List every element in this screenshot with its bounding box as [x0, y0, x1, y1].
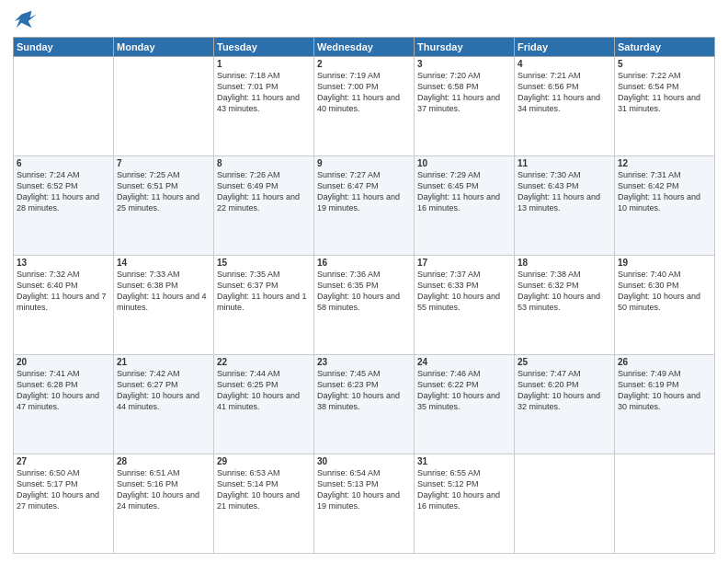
weekday-header-friday: Friday	[515, 38, 615, 57]
calendar-table: SundayMondayTuesdayWednesdayThursdayFrid…	[13, 37, 715, 554]
day-number: 16	[317, 258, 411, 268]
calendar-cell	[114, 57, 214, 156]
calendar-cell: 29Sunrise: 6:53 AMSunset: 5:14 PMDayligh…	[214, 454, 314, 554]
day-number: 7	[117, 158, 210, 168]
calendar-cell	[515, 454, 615, 554]
header	[13, 9, 715, 31]
day-info: Sunrise: 7:26 AMSunset: 6:49 PMDaylight:…	[217, 169, 311, 214]
calendar-cell: 9Sunrise: 7:27 AMSunset: 6:47 PMDaylight…	[314, 156, 415, 256]
day-number: 4	[518, 59, 611, 69]
calendar-cell: 11Sunrise: 7:30 AMSunset: 6:43 PMDayligh…	[515, 156, 615, 256]
day-info: Sunrise: 7:31 AMSunset: 6:42 PMDaylight:…	[618, 169, 711, 214]
weekday-header-tuesday: Tuesday	[214, 38, 314, 57]
day-number: 20	[17, 357, 110, 367]
calendar-cell: 23Sunrise: 7:45 AMSunset: 6:23 PMDayligh…	[314, 355, 415, 454]
calendar-cell: 27Sunrise: 6:50 AMSunset: 5:17 PMDayligh…	[14, 454, 114, 554]
day-number: 27	[17, 456, 110, 466]
day-number: 8	[217, 158, 311, 168]
calendar-cell: 13Sunrise: 7:32 AMSunset: 6:40 PMDayligh…	[14, 256, 114, 355]
day-info: Sunrise: 6:50 AMSunset: 5:17 PMDaylight:…	[17, 467, 110, 512]
day-info: Sunrise: 7:37 AMSunset: 6:33 PMDaylight:…	[417, 269, 511, 314]
calendar-cell: 3Sunrise: 7:20 AMSunset: 6:58 PMDaylight…	[415, 57, 515, 156]
calendar-cell: 18Sunrise: 7:38 AMSunset: 6:32 PMDayligh…	[515, 256, 615, 355]
day-info: Sunrise: 7:33 AMSunset: 6:38 PMDaylight:…	[117, 269, 210, 314]
day-info: Sunrise: 7:42 AMSunset: 6:27 PMDaylight:…	[117, 368, 210, 413]
weekday-header-monday: Monday	[114, 38, 214, 57]
calendar-cell: 17Sunrise: 7:37 AMSunset: 6:33 PMDayligh…	[415, 256, 515, 355]
calendar-cell	[14, 57, 114, 156]
day-info: Sunrise: 7:32 AMSunset: 6:40 PMDaylight:…	[17, 269, 110, 314]
calendar-cell	[615, 454, 715, 554]
day-number: 11	[518, 158, 611, 168]
day-number: 9	[317, 158, 411, 168]
day-number: 13	[17, 258, 110, 268]
weekday-header-sunday: Sunday	[14, 38, 114, 57]
day-info: Sunrise: 7:47 AMSunset: 6:20 PMDaylight:…	[518, 368, 611, 413]
day-number: 31	[417, 456, 511, 466]
calendar-cell: 10Sunrise: 7:29 AMSunset: 6:45 PMDayligh…	[415, 156, 515, 256]
day-info: Sunrise: 7:35 AMSunset: 6:37 PMDaylight:…	[217, 269, 311, 314]
day-number: 3	[417, 59, 511, 69]
header-row: SundayMondayTuesdayWednesdayThursdayFrid…	[14, 38, 715, 57]
calendar-cell: 30Sunrise: 6:54 AMSunset: 5:13 PMDayligh…	[314, 454, 415, 554]
weekday-header-thursday: Thursday	[415, 38, 515, 57]
calendar-cell: 14Sunrise: 7:33 AMSunset: 6:38 PMDayligh…	[114, 256, 214, 355]
day-number: 6	[17, 158, 110, 168]
day-info: Sunrise: 7:18 AMSunset: 7:01 PMDaylight:…	[217, 70, 311, 115]
day-number: 28	[117, 456, 210, 466]
day-number: 24	[417, 357, 511, 367]
calendar-cell: 19Sunrise: 7:40 AMSunset: 6:30 PMDayligh…	[615, 256, 715, 355]
calendar-cell: 28Sunrise: 6:51 AMSunset: 5:16 PMDayligh…	[114, 454, 214, 554]
calendar-cell: 31Sunrise: 6:55 AMSunset: 5:12 PMDayligh…	[415, 454, 515, 554]
day-number: 15	[217, 258, 311, 268]
calendar-cell: 8Sunrise: 7:26 AMSunset: 6:49 PMDaylight…	[214, 156, 314, 256]
calendar-cell: 26Sunrise: 7:49 AMSunset: 6:19 PMDayligh…	[615, 355, 715, 454]
calendar-cell: 20Sunrise: 7:41 AMSunset: 6:28 PMDayligh…	[14, 355, 114, 454]
day-info: Sunrise: 7:27 AMSunset: 6:47 PMDaylight:…	[317, 169, 411, 214]
day-info: Sunrise: 7:19 AMSunset: 7:00 PMDaylight:…	[317, 70, 411, 115]
day-info: Sunrise: 7:46 AMSunset: 6:22 PMDaylight:…	[417, 368, 511, 413]
calendar-cell: 25Sunrise: 7:47 AMSunset: 6:20 PMDayligh…	[515, 355, 615, 454]
calendar-week-2: 6Sunrise: 7:24 AMSunset: 6:52 PMDaylight…	[14, 156, 715, 256]
logo	[13, 9, 42, 31]
weekday-header-wednesday: Wednesday	[314, 38, 415, 57]
day-info: Sunrise: 7:41 AMSunset: 6:28 PMDaylight:…	[17, 368, 110, 413]
day-info: Sunrise: 7:29 AMSunset: 6:45 PMDaylight:…	[417, 169, 511, 214]
calendar-cell: 22Sunrise: 7:44 AMSunset: 6:25 PMDayligh…	[214, 355, 314, 454]
day-number: 22	[217, 357, 311, 367]
day-info: Sunrise: 7:36 AMSunset: 6:35 PMDaylight:…	[317, 269, 411, 314]
day-info: Sunrise: 7:25 AMSunset: 6:51 PMDaylight:…	[117, 169, 210, 214]
day-number: 1	[217, 59, 311, 69]
calendar-cell: 1Sunrise: 7:18 AMSunset: 7:01 PMDaylight…	[214, 57, 314, 156]
day-info: Sunrise: 7:38 AMSunset: 6:32 PMDaylight:…	[518, 269, 611, 314]
day-number: 23	[317, 357, 411, 367]
calendar-cell: 7Sunrise: 7:25 AMSunset: 6:51 PMDaylight…	[114, 156, 214, 256]
day-number: 18	[518, 258, 611, 268]
day-number: 26	[618, 357, 711, 367]
day-number: 25	[518, 357, 611, 367]
day-info: Sunrise: 7:44 AMSunset: 6:25 PMDaylight:…	[217, 368, 311, 413]
day-info: Sunrise: 6:54 AMSunset: 5:13 PMDaylight:…	[317, 467, 411, 512]
calendar-cell: 15Sunrise: 7:35 AMSunset: 6:37 PMDayligh…	[214, 256, 314, 355]
calendar-cell: 5Sunrise: 7:22 AMSunset: 6:54 PMDaylight…	[615, 57, 715, 156]
svg-marker-0	[15, 11, 37, 28]
day-number: 17	[417, 258, 511, 268]
day-info: Sunrise: 7:24 AMSunset: 6:52 PMDaylight:…	[17, 169, 110, 214]
day-info: Sunrise: 7:49 AMSunset: 6:19 PMDaylight:…	[618, 368, 711, 413]
page: SundayMondayTuesdayWednesdayThursdayFrid…	[0, 0, 728, 563]
calendar-cell: 2Sunrise: 7:19 AMSunset: 7:00 PMDaylight…	[314, 57, 415, 156]
day-number: 10	[417, 158, 511, 168]
day-info: Sunrise: 7:40 AMSunset: 6:30 PMDaylight:…	[618, 269, 711, 314]
day-number: 19	[618, 258, 711, 268]
day-info: Sunrise: 7:20 AMSunset: 6:58 PMDaylight:…	[417, 70, 511, 115]
day-number: 29	[217, 456, 311, 466]
calendar-cell: 6Sunrise: 7:24 AMSunset: 6:52 PMDaylight…	[14, 156, 114, 256]
calendar-week-1: 1Sunrise: 7:18 AMSunset: 7:01 PMDaylight…	[14, 57, 715, 156]
day-info: Sunrise: 7:45 AMSunset: 6:23 PMDaylight:…	[317, 368, 411, 413]
day-number: 14	[117, 258, 210, 268]
day-info: Sunrise: 6:55 AMSunset: 5:12 PMDaylight:…	[417, 467, 511, 512]
day-number: 30	[317, 456, 411, 466]
calendar-week-5: 27Sunrise: 6:50 AMSunset: 5:17 PMDayligh…	[14, 454, 715, 554]
day-number: 21	[117, 357, 210, 367]
calendar-week-4: 20Sunrise: 7:41 AMSunset: 6:28 PMDayligh…	[14, 355, 715, 454]
